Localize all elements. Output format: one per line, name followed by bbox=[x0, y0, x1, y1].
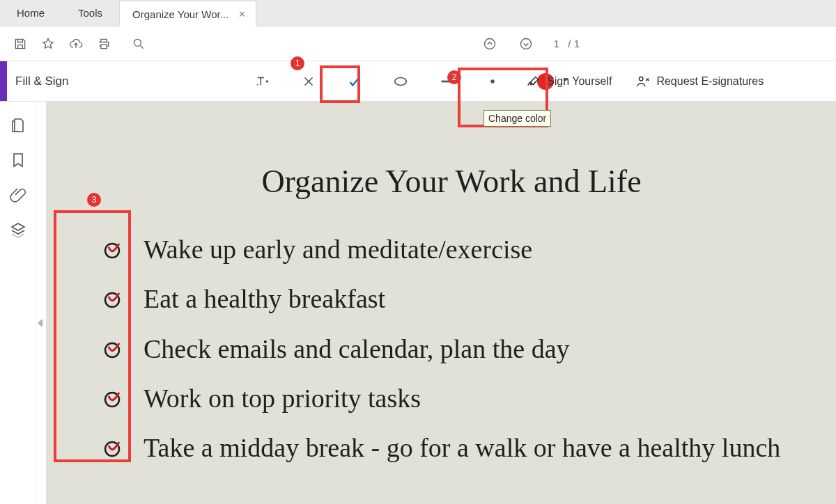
cross-tool-icon[interactable] bbox=[297, 70, 320, 93]
checked-circle-icon bbox=[81, 331, 144, 361]
tab-tools[interactable]: Tools bbox=[61, 0, 119, 26]
bookmark-panel-icon[interactable] bbox=[10, 152, 26, 168]
circle-tool-icon[interactable] bbox=[389, 70, 412, 93]
document-page: Organize Your Work and Life Wake up earl… bbox=[46, 102, 836, 504]
toolbar-right: 1 / 1 bbox=[478, 32, 830, 56]
svg-point-1 bbox=[485, 38, 495, 49]
list-item: Eat a healthy breakfast bbox=[81, 281, 822, 317]
expand-sidepanel-handle[interactable] bbox=[36, 310, 43, 336]
sign-actions: Sign Yourself Request E-signatures bbox=[526, 61, 764, 101]
toolbar-left bbox=[6, 32, 150, 56]
checked-circle-icon bbox=[81, 232, 144, 261]
zoom-icon[interactable] bbox=[127, 32, 150, 56]
checked-circle-icon bbox=[81, 381, 144, 410]
list-item: Check emails and calendar, plan the day bbox=[81, 331, 822, 367]
list-item-text: Take a midday break - go for a walk or h… bbox=[144, 430, 822, 466]
document-title: Organize Your Work and Life bbox=[81, 163, 822, 200]
sign-yourself-button[interactable]: Sign Yourself bbox=[526, 74, 612, 89]
sign-yourself-label: Sign Yourself bbox=[547, 75, 612, 88]
fillsign-tools bbox=[251, 61, 557, 101]
page-total: / 1 bbox=[568, 38, 580, 49]
page-down-icon[interactable] bbox=[514, 32, 538, 56]
svg-point-5 bbox=[640, 77, 644, 81]
side-panel bbox=[0, 102, 36, 504]
page-up-icon[interactable] bbox=[478, 32, 502, 56]
star-icon[interactable] bbox=[36, 32, 60, 56]
attachment-panel-icon[interactable] bbox=[10, 187, 26, 203]
checked-circle-icon bbox=[81, 281, 144, 310]
close-tab-icon[interactable]: ✕ bbox=[238, 9, 246, 19]
line-tool-icon[interactable] bbox=[435, 70, 458, 93]
tab-document[interactable]: Organize Your Wor... ✕ bbox=[119, 1, 256, 26]
tab-bar: Home Tools Organize Your Wor... ✕ bbox=[0, 0, 836, 26]
list-item-text: Eat a healthy breakfast bbox=[144, 281, 822, 317]
checklist: Wake up early and meditate/exerciseEat a… bbox=[81, 232, 822, 466]
fillsign-accent bbox=[0, 61, 7, 101]
list-item-text: Wake up early and meditate/exercise bbox=[144, 232, 822, 267]
page-indicator: 1 / 1 bbox=[553, 38, 580, 49]
text-tool-icon[interactable] bbox=[251, 70, 274, 93]
svg-point-0 bbox=[134, 39, 141, 46]
request-signatures-button[interactable]: Request E-signatures bbox=[635, 74, 764, 89]
tab-home[interactable]: Home bbox=[0, 0, 61, 26]
list-item: Work on top priority tasks bbox=[81, 381, 822, 416]
list-item: Take a midday break - go for a walk or h… bbox=[81, 430, 822, 466]
save-icon[interactable] bbox=[8, 32, 32, 56]
svg-point-2 bbox=[521, 38, 532, 49]
page-current[interactable]: 1 bbox=[553, 38, 559, 49]
check-tool-icon[interactable] bbox=[343, 70, 366, 93]
main-toolbar: 1 / 1 bbox=[0, 26, 836, 61]
print-icon[interactable] bbox=[92, 32, 116, 56]
workspace: Organize Your Work and Life Wake up earl… bbox=[0, 102, 836, 504]
pages-panel-icon[interactable] bbox=[10, 117, 26, 134]
layers-panel-icon[interactable] bbox=[10, 221, 26, 238]
list-item-text: Work on top priority tasks bbox=[144, 381, 822, 416]
tab-document-label: Organize Your Wor... bbox=[132, 8, 229, 20]
fillsign-label: Fill & Sign bbox=[15, 74, 69, 88]
list-item: Wake up early and meditate/exercise bbox=[81, 232, 822, 267]
checked-circle-icon bbox=[81, 430, 144, 459]
svg-point-3 bbox=[395, 77, 407, 85]
request-signatures-label: Request E-signatures bbox=[656, 75, 764, 88]
list-item-text: Check emails and calendar, plan the day bbox=[144, 331, 822, 367]
fill-and-sign-toolbar: Fill & Sign Sign Yourself bbox=[0, 61, 836, 102]
dot-tool-icon[interactable] bbox=[481, 70, 504, 93]
svg-point-4 bbox=[490, 79, 495, 84]
cloud-upload-icon[interactable] bbox=[64, 32, 88, 56]
